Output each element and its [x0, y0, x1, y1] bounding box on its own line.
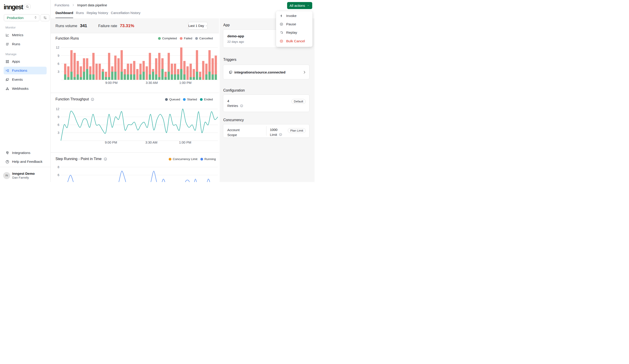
- svg-text:8: 8: [57, 165, 59, 169]
- svg-text:6: 6: [57, 62, 59, 66]
- svg-text:3:30 AM: 3:30 AM: [145, 141, 157, 144]
- svg-text:6: 6: [57, 173, 59, 177]
- svg-text:3: 3: [57, 131, 59, 135]
- svg-text:9:00 PM: 9:00 PM: [105, 81, 118, 84]
- svg-text:12: 12: [56, 46, 59, 49]
- svg-text:1:00 PM: 1:00 PM: [179, 141, 191, 144]
- svg-text:12: 12: [56, 107, 59, 111]
- svg-text:9:00 PM: 9:00 PM: [105, 141, 117, 144]
- svg-text:3:30 AM: 3:30 AM: [146, 81, 157, 84]
- svg-text:3: 3: [57, 70, 59, 74]
- svg-text:9: 9: [57, 54, 59, 57]
- svg-text:1:00 PM: 1:00 PM: [179, 81, 191, 84]
- svg-text:9: 9: [57, 115, 59, 119]
- svg-text:6: 6: [57, 123, 59, 127]
